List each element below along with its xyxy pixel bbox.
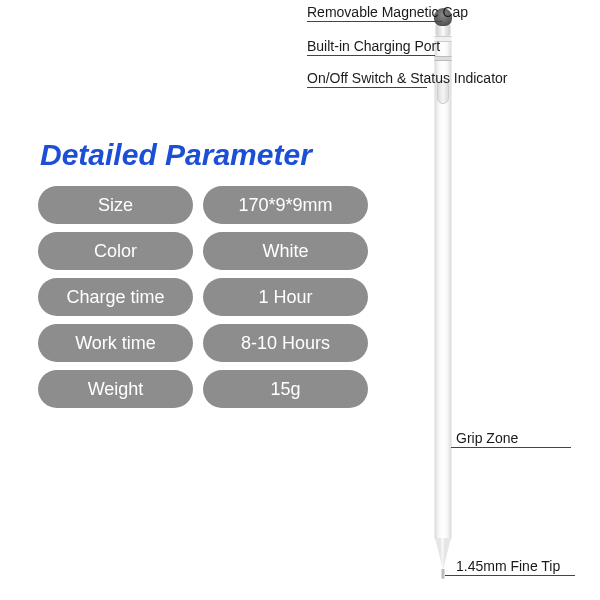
callout-line-icon bbox=[451, 447, 571, 448]
table-row: Color White bbox=[38, 232, 368, 270]
callout-tip: 1.45mm Fine Tip bbox=[456, 558, 596, 576]
heading: Detailed Parameter bbox=[40, 138, 312, 172]
callout-port: Built-in Charging Port bbox=[307, 36, 567, 56]
spec-table: Size 170*9*9mm Color White Charge time 1… bbox=[38, 186, 368, 416]
stylus-fine-tip bbox=[442, 569, 445, 579]
spec-label: Charge time bbox=[38, 278, 193, 316]
spec-value: 15g bbox=[203, 370, 368, 408]
spec-value: White bbox=[203, 232, 368, 270]
callout-grip: Grip Zone bbox=[456, 430, 596, 448]
table-row: Charge time 1 Hour bbox=[38, 278, 368, 316]
callout-line-icon bbox=[307, 55, 435, 56]
spec-label: Color bbox=[38, 232, 193, 270]
callout-label: Removable Magnetic Cap bbox=[307, 4, 468, 20]
callout-label: On/Off Switch & Status Indicator bbox=[307, 70, 508, 86]
stylus-body bbox=[435, 40, 452, 540]
spec-value: 1 Hour bbox=[203, 278, 368, 316]
callout-label: Grip Zone bbox=[456, 430, 518, 446]
table-row: Work time 8-10 Hours bbox=[38, 324, 368, 362]
spec-label: Weight bbox=[38, 370, 193, 408]
callout-label: 1.45mm Fine Tip bbox=[456, 558, 560, 574]
callout-cap: Removable Magnetic Cap bbox=[307, 2, 567, 22]
stylus-port-ring bbox=[435, 56, 452, 61]
callout-line-icon bbox=[307, 87, 427, 88]
stylus-cone bbox=[435, 538, 451, 570]
table-row: Weight 15g bbox=[38, 370, 368, 408]
spec-label: Size bbox=[38, 186, 193, 224]
callout-line-icon bbox=[307, 21, 442, 22]
callout-label: Built-in Charging Port bbox=[307, 38, 440, 54]
callout-switch: On/Off Switch & Status Indicator bbox=[307, 68, 587, 88]
spec-value: 170*9*9mm bbox=[203, 186, 368, 224]
spec-value: 8-10 Hours bbox=[203, 324, 368, 362]
spec-label: Work time bbox=[38, 324, 193, 362]
table-row: Size 170*9*9mm bbox=[38, 186, 368, 224]
stylus-illustration bbox=[432, 8, 454, 583]
callout-line-icon bbox=[445, 575, 575, 576]
